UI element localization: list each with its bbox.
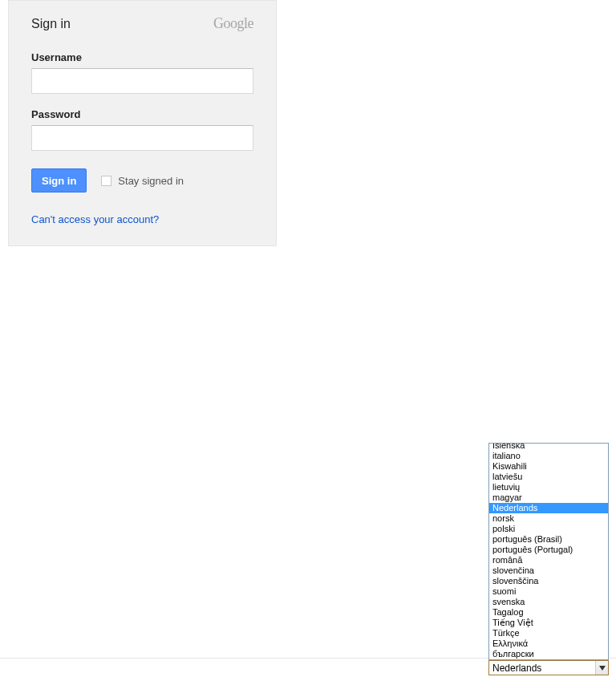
language-option[interactable]: Tiếng Việt [489, 618, 608, 628]
language-option[interactable]: Kiswahili [489, 461, 608, 472]
signin-row: Sign in Stay signed in [31, 168, 253, 193]
username-input[interactable] [31, 68, 253, 94]
language-option[interactable]: português (Portugal) [489, 545, 608, 555]
signin-card: Sign in Google Username Password Sign in… [8, 0, 277, 246]
checkbox-icon [101, 176, 111, 186]
language-option[interactable]: slovenčina [489, 565, 608, 576]
language-option[interactable]: Tagalog [489, 607, 608, 618]
language-option[interactable]: italiano [489, 451, 608, 461]
language-select-value: Nederlands [492, 663, 541, 674]
stay-signed-in-label: Stay signed in [118, 175, 184, 187]
language-option[interactable]: Nederlands [489, 503, 608, 513]
password-label: Password [31, 108, 253, 120]
chevron-down-icon [595, 661, 608, 675]
signin-button[interactable]: Sign in [31, 168, 87, 193]
language-listbox[interactable]: íslenskaitalianoKiswahililatviešulietuvi… [488, 443, 609, 660]
language-option[interactable]: magyar [489, 492, 608, 503]
language-option[interactable]: română [489, 555, 608, 565]
language-option[interactable]: svenska [489, 597, 608, 607]
language-option[interactable]: latviešu [489, 472, 608, 482]
username-label: Username [31, 51, 253, 63]
language-option[interactable]: slovenščina [489, 576, 608, 586]
signin-title: Sign in [31, 17, 71, 31]
stay-signed-in-checkbox[interactable]: Stay signed in [101, 175, 184, 187]
language-option[interactable]: български [489, 649, 608, 659]
language-select[interactable]: Nederlands [488, 660, 609, 675]
language-option[interactable]: Türkçe [489, 628, 608, 638]
language-option[interactable]: suomi [489, 586, 608, 597]
language-option[interactable]: lietuvių [489, 482, 608, 492]
language-option[interactable]: polski [489, 524, 608, 534]
google-logo: Google [213, 15, 253, 32]
card-header: Sign in Google [31, 15, 253, 32]
password-input[interactable] [31, 125, 253, 151]
language-option[interactable]: português (Brasil) [489, 534, 608, 545]
language-option[interactable]: norsk [489, 513, 608, 524]
language-option[interactable]: íslenska [489, 443, 608, 451]
cant-access-link[interactable]: Can't access your account? [31, 213, 159, 225]
language-option[interactable]: Ελληνικά [489, 638, 608, 649]
